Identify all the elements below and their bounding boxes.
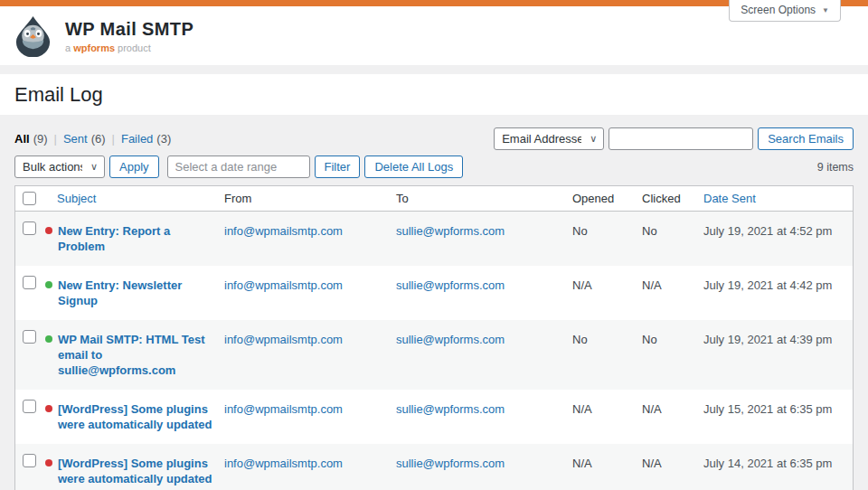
- page-title: Email Log: [14, 83, 103, 107]
- opened-cell: N/A: [572, 390, 642, 444]
- row-checkbox[interactable]: [23, 276, 36, 289]
- sort-link-subject[interactable]: Subject: [57, 192, 96, 205]
- from-email-link[interactable]: info@wpmailsmtp.com: [224, 278, 343, 292]
- status-dot: [45, 405, 52, 412]
- from-cell: info@wpmailsmtp.com: [224, 444, 396, 490]
- search-input[interactable]: [609, 127, 753, 150]
- row-select-cell: [15, 266, 46, 320]
- row-select-cell: [15, 320, 46, 390]
- from-email-link[interactable]: info@wpmailsmtp.com: [224, 224, 343, 238]
- bulk-actions-select-wrap: Bulk actions ∨: [14, 155, 105, 178]
- wp-mail-smtp-pigeon-logo-icon: [12, 14, 54, 57]
- subject-link[interactable]: New Entry: Newsletter Signup: [58, 278, 215, 308]
- row-checkbox[interactable]: [23, 221, 36, 235]
- view-filter-failed: Failed(3): [121, 132, 171, 146]
- email-log-rows: New Entry: Report a Problem info@wpmails…: [15, 212, 854, 490]
- table-row: [WordPress] Some plugins were automatica…: [15, 444, 854, 490]
- screen-options-button[interactable]: Screen Options ▼: [729, 0, 841, 22]
- clicked-cell: N/A: [642, 390, 703, 444]
- opened-cell: N/A: [572, 266, 642, 320]
- to-email-link[interactable]: sullie@wpforms.com: [396, 224, 505, 238]
- view-filter-link[interactable]: All: [14, 132, 30, 146]
- email-log-table-wrap: SubjectFromToOpenedClickedDate Sent New …: [14, 185, 854, 490]
- subject-cell: New Entry: Newsletter Signup: [45, 266, 224, 320]
- clicked-cell: No: [642, 320, 703, 390]
- bulk-actions-select[interactable]: Bulk actions: [14, 155, 105, 178]
- to-cell: sullie@wpforms.com: [396, 320, 572, 390]
- from-cell: info@wpmailsmtp.com: [224, 212, 396, 267]
- date-sent-cell: July 19, 2021 at 4:39 pm: [703, 320, 854, 390]
- search-by-select[interactable]: Email Addresses: [494, 127, 604, 150]
- from-cell: info@wpmailsmtp.com: [224, 390, 396, 444]
- view-filter-sent: Sent(6): [63, 132, 121, 146]
- to-cell: sullie@wpforms.com: [396, 212, 572, 267]
- table-row: [WordPress] Some plugins were automatica…: [15, 390, 854, 444]
- view-filter-count: (3): [156, 132, 171, 146]
- email-log-table: SubjectFromToOpenedClickedDate Sent New …: [14, 185, 854, 490]
- search-by-select-wrap: Email Addresses ∨: [494, 127, 604, 150]
- subject-cell: [WordPress] Some plugins were automatica…: [45, 444, 224, 490]
- bulk-controls: Bulk actions ∨ Apply Filter Delete All L…: [14, 155, 463, 178]
- status-dot: [45, 227, 52, 234]
- to-email-link[interactable]: sullie@wpforms.com: [396, 402, 505, 416]
- subject-link[interactable]: [WordPress] Some plugins were automatica…: [58, 456, 215, 486]
- subject-link[interactable]: [WordPress] Some plugins were automatica…: [58, 401, 215, 432]
- plugin-subtitle: a wpforms product: [65, 42, 193, 53]
- filter-button[interactable]: Filter: [315, 155, 361, 178]
- page-title-band: Email Log: [0, 74, 868, 115]
- opened-cell: No: [572, 212, 642, 267]
- from-cell: info@wpmailsmtp.com: [224, 320, 396, 390]
- apply-button[interactable]: Apply: [109, 155, 159, 178]
- screen-options-label: Screen Options: [741, 4, 816, 16]
- table-header-row: SubjectFromToOpenedClickedDate Sent: [15, 186, 854, 212]
- wpforms-brand: wpforms: [73, 42, 115, 53]
- delete-all-logs-button[interactable]: Delete All Logs: [364, 155, 463, 178]
- row-checkbox[interactable]: [23, 330, 36, 344]
- select-all-header-cell: [15, 186, 46, 212]
- from-email-link[interactable]: info@wpmailsmtp.com: [224, 333, 343, 346]
- status-dot: [45, 335, 52, 343]
- to-cell: sullie@wpforms.com: [396, 266, 572, 320]
- search-emails-button[interactable]: Search Emails: [758, 127, 854, 150]
- column-header-opened: Opened: [572, 186, 642, 212]
- view-filter-link[interactable]: Sent: [63, 132, 88, 146]
- row-select-cell: [15, 444, 46, 490]
- items-count: 9 items: [817, 161, 854, 174]
- from-email-link[interactable]: info@wpmailsmtp.com: [224, 457, 343, 470]
- plugin-title: WP Mail SMTP: [65, 19, 193, 40]
- to-email-link[interactable]: sullie@wpforms.com: [396, 278, 505, 292]
- opened-cell: No: [572, 320, 642, 390]
- view-filter-count: (6): [91, 132, 106, 146]
- row-select-cell: [15, 212, 46, 267]
- clicked-cell: No: [642, 212, 703, 267]
- row-checkbox[interactable]: [23, 400, 36, 413]
- subject-link[interactable]: WP Mail SMTP: HTML Test email to sullie@…: [58, 332, 215, 378]
- to-email-link[interactable]: sullie@wpforms.com: [396, 457, 505, 470]
- clicked-cell: N/A: [642, 444, 703, 490]
- to-cell: sullie@wpforms.com: [396, 390, 572, 444]
- search-controls: Email Addresses ∨ Search Emails: [494, 127, 854, 150]
- column-header-clicked: Clicked: [642, 186, 703, 212]
- view-filter-link[interactable]: Failed: [121, 132, 153, 146]
- from-email-link[interactable]: info@wpmailsmtp.com: [224, 402, 343, 416]
- subtitle-prefix: a: [65, 42, 71, 53]
- row-select-cell: [15, 390, 46, 444]
- date-sent-cell: July 15, 2021 at 6:35 pm: [703, 390, 854, 444]
- subject-link[interactable]: New Entry: Report a Problem: [58, 223, 215, 254]
- table-row: New Entry: Report a Problem info@wpmails…: [15, 212, 854, 267]
- from-cell: info@wpmailsmtp.com: [224, 266, 396, 320]
- chevron-down-icon: ▼: [822, 6, 829, 14]
- subtitle-suffix: product: [118, 42, 151, 53]
- subject-cell: WP Mail SMTP: HTML Test email to sullie@…: [45, 320, 224, 390]
- to-email-link[interactable]: sullie@wpforms.com: [396, 333, 505, 346]
- select-all-checkbox[interactable]: [23, 192, 36, 205]
- date-range-input[interactable]: [167, 155, 310, 178]
- to-cell: sullie@wpforms.com: [396, 444, 572, 490]
- date-sent-cell: July 19, 2021 at 4:42 pm: [703, 266, 854, 320]
- column-header-subject: Subject: [45, 186, 224, 212]
- subject-cell: [WordPress] Some plugins were automatica…: [45, 390, 224, 444]
- view-filter-count: (9): [33, 132, 48, 146]
- sort-link-date-sent[interactable]: Date Sent: [703, 192, 756, 205]
- row-checkbox[interactable]: [23, 454, 36, 467]
- table-row: New Entry: Newsletter Signup info@wpmail…: [15, 266, 854, 320]
